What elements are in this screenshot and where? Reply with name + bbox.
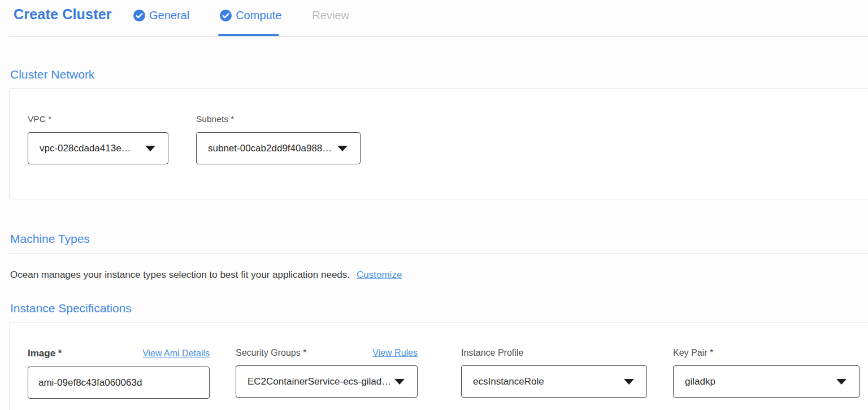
machine-types-description-text: Ocean manages your instance types select…: [10, 269, 350, 280]
security-groups-selected-value: EC2ContainerService-ecs-gilad…: [248, 376, 391, 387]
vpc-selected-value: vpc-028cdada413e…: [40, 143, 131, 154]
caret-down-icon: [337, 146, 348, 151]
machine-types-description: Ocean manages your instance types select…: [10, 269, 402, 281]
tab-general[interactable]: General: [133, 9, 189, 22]
image-field: Image * View Ami Details: [28, 348, 210, 399]
view-ami-details-link[interactable]: View Ami Details: [142, 348, 210, 359]
caret-down-icon: [145, 146, 155, 151]
key-pair-field: Key Pair * giladkp: [673, 348, 860, 398]
instance-profile-selected-value: ecsInstanceRole: [473, 376, 544, 387]
vpc-field: VPC * vpc-028cdada413e…: [28, 114, 168, 164]
create-cluster-wizard: Create Cluster General Compute Review Cl…: [0, 0, 868, 410]
tab-review-label: Review: [312, 9, 349, 22]
vpc-label: VPC *: [28, 114, 168, 124]
subnets-field: Subnets * subnet-00cab2dd9f40a988…: [196, 114, 361, 164]
tab-compute[interactable]: Compute: [220, 9, 281, 22]
check-circle-icon: [133, 10, 145, 21]
image-label: Image *: [28, 348, 62, 359]
instance-profile-label: Instance Profile: [461, 348, 523, 358]
security-groups-select[interactable]: EC2ContainerService-ecs-gilad…: [236, 365, 418, 398]
wizard-tabs: General Compute Review: [133, 9, 349, 22]
section-title-instance-specifications: Instance Specifications: [10, 302, 132, 315]
check-circle-icon: [220, 10, 232, 21]
caret-down-icon: [394, 379, 405, 385]
tab-compute-label: Compute: [236, 9, 281, 22]
subnets-label: Subnets *: [196, 114, 361, 124]
section-title-machine-types: Machine Types: [10, 232, 90, 246]
subnets-select[interactable]: subnet-00cab2dd9f40a988…: [196, 132, 361, 164]
tab-general-label: General: [149, 9, 189, 22]
cluster-network-card: VPC * vpc-028cdada413e… Subnets * subnet…: [9, 88, 868, 199]
image-input[interactable]: [28, 367, 210, 399]
vpc-select[interactable]: vpc-028cdada413e…: [28, 132, 168, 164]
tabs-divider: [9, 36, 868, 37]
customize-link[interactable]: Customize: [357, 269, 402, 280]
caret-down-icon: [836, 379, 847, 385]
key-pair-selected-value: giladkp: [685, 376, 715, 387]
key-pair-label: Key Pair *: [673, 348, 713, 358]
section-title-cluster-network: Cluster Network: [10, 68, 94, 81]
machine-types-divider: [9, 253, 868, 254]
key-pair-select[interactable]: giladkp: [673, 365, 860, 398]
caret-down-icon: [624, 379, 634, 385]
instance-specifications-card: Image * View Ami Details Security Groups…: [9, 322, 868, 410]
instance-profile-select[interactable]: ecsInstanceRole: [461, 365, 647, 398]
page-title: Create Cluster: [14, 6, 112, 23]
instance-profile-field: Instance Profile ecsInstanceRole: [461, 348, 647, 398]
security-groups-label: Security Groups *: [236, 348, 306, 358]
security-groups-field: Security Groups * View Rules EC2Containe…: [236, 348, 418, 398]
subnets-selected-value: subnet-00cab2dd9f40a988…: [208, 143, 332, 154]
tab-review[interactable]: Review: [312, 9, 349, 22]
view-rules-link[interactable]: View Rules: [372, 348, 418, 358]
